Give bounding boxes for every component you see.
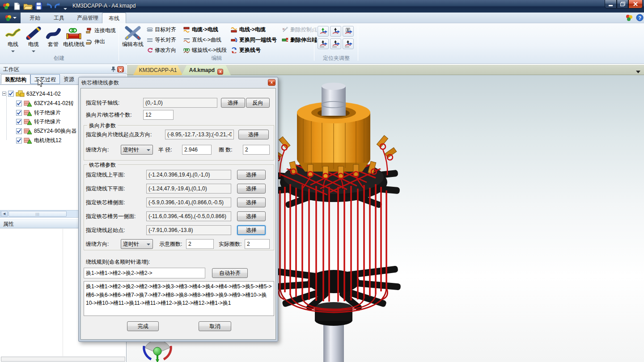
other-side-face-field[interactable] [146,211,231,221]
change-same-end-no-icon [231,37,237,43]
clamp-adjust-button-4[interactable] [318,38,329,49]
delete-extend-end-button[interactable]: 删除伸出端 [282,35,317,44]
tree-root-item[interactable]: 63ZY24-41-02 [2,90,61,97]
wire-to-cable-button[interactable]: 电线->电缆 [231,25,266,34]
rotor-axis-select-button[interactable]: 选择 [221,98,245,108]
ribbon-tab-routing[interactable]: 布线 [102,13,126,23]
equal-length-align-button[interactable]: 等长对齐 [147,35,176,44]
dialog-close-button[interactable]: x [268,79,275,86]
tree-item[interactable]: 85ZY24-90换向器 [16,127,76,135]
tree-item[interactable]: 63ZY24-41-02转 [16,100,74,107]
commutator-radius-field[interactable] [182,145,212,155]
change-same-end-no-button[interactable]: 更换同一端线号 [231,35,277,44]
ribbon-tab-product[interactable]: 产品管理 [71,13,105,23]
upper-plane-select-button[interactable]: 选择 [237,170,266,180]
checkbox-checked-icon[interactable] [8,91,14,97]
lower-plane-select-button[interactable]: 选择 [237,184,266,194]
collapse-icon[interactable] [2,92,6,96]
app-menu-button[interactable] [0,13,21,23]
create-cable-button[interactable]: 电缆 [23,25,44,54]
delete-control-point-icon [282,27,288,33]
create-motor-winding-button[interactable]: 电机绕线 [62,25,86,47]
tab-process[interactable]: 工艺过程 [30,74,60,84]
qat-dropdown-icon[interactable] [64,5,67,11]
checkbox-checked-icon[interactable] [16,119,22,125]
extend-button[interactable]: 伸出 [86,37,105,46]
segment-count-field[interactable] [143,110,174,120]
winding-rule-input[interactable] [84,268,205,278]
checkbox-checked-icon[interactable] [16,101,22,106]
delete-control-point-button[interactable]: 删除控制点 [282,25,317,34]
helix-segment-icon [183,47,190,53]
scroll-thumb[interactable]: ||| [8,211,67,217]
save-icon[interactable] [35,2,42,11]
ribbon-tab-tools[interactable]: 工具 [47,13,71,23]
commutator-wind-dir-dropdown[interactable]: 逆时针 [121,145,153,155]
clamp-adjust-button-3[interactable] [343,26,354,37]
maximize-button[interactable] [617,0,628,8]
tree-item[interactable]: 电机绕线12 [16,137,61,144]
panel-close-icon[interactable] [117,66,124,72]
new-document-icon[interactable] [13,2,21,12]
create-sleeve-button[interactable]: 套管 [43,25,64,47]
upper-plane-field[interactable] [146,170,231,180]
side-face-select-button[interactable]: 选择 [237,198,266,207]
edit-routing-button[interactable]: 编辑布线 [122,25,144,47]
undo-icon[interactable] [45,2,53,11]
actual-turns-field[interactable] [245,239,270,249]
dialog-title: 铁芯槽绕线参数 [81,79,119,87]
schematic-turns-field[interactable] [186,239,214,249]
help-icon[interactable]: ? [636,14,644,23]
tab-resources[interactable]: 资源 [60,74,78,84]
line-curve-button[interactable]: 直线<->曲线 [183,35,221,44]
dialog-body: 指定转子轴线: 选择 反向 换向片/铁芯槽个数: 换向片参数 指定换向片绕线起点… [80,88,276,340]
winding-sequence-textarea[interactable]: 换1->槽1->槽2->换2->槽2->槽3->换3->槽3->槽4->换4->… [84,281,274,316]
start-point-field[interactable] [146,225,231,235]
minimize-button[interactable] [605,0,617,8]
helix-segment-button[interactable]: 螺旋线<->线段 [183,46,227,55]
target-align-button[interactable]: 目标对齐 [147,25,176,34]
create-wire-button[interactable]: 电线 [3,25,23,54]
tab-assembly-structure[interactable]: 装配结构 [1,74,30,84]
close-button[interactable] [628,0,643,8]
change-wire-no-button[interactable]: 更换线号 [231,46,261,55]
wire-dropdown-caret-icon[interactable] [11,51,15,52]
commutator-start-dir-select-button[interactable]: 选择 [238,130,269,139]
tree-item-label: 85ZY24-90换向器 [34,127,76,135]
commutator-turns-field[interactable] [243,145,270,155]
checkbox-checked-icon[interactable] [16,138,22,143]
rotor-axis-field[interactable] [143,98,217,108]
modify-direction-button[interactable]: 修改方向 [147,46,176,55]
workspace-panel-header: 工作区 [0,64,127,74]
document-tab-km3dcapp-a1[interactable]: KM3DCAPP-A1 [133,65,182,75]
start-point-select-button[interactable]: 选择 [237,225,266,235]
core-wind-dir-dropdown[interactable]: 逆时针 [121,239,153,249]
assembly-icon [16,90,25,97]
rotor-axis-reverse-button[interactable]: 反向 [246,98,270,108]
clamp-adjust-button-1[interactable] [318,26,329,37]
cable-dropdown-caret-icon[interactable] [32,51,35,52]
tree-item[interactable]: 转子绝缘片 [16,109,61,117]
lower-plane-field[interactable] [146,184,231,194]
clamp-adjust-button-2[interactable] [330,26,341,37]
commutator-start-dir-field[interactable] [165,130,234,139]
connect-cable-button[interactable]: 连接电缆 [86,26,116,35]
tree-item[interactable]: 转子绝缘片 [16,118,61,126]
redo-icon[interactable] [54,2,62,11]
clamp-adjust-button-5[interactable] [330,38,341,49]
ribbon-tab-start[interactable]: 开始 [23,13,47,23]
cable-to-wire-button[interactable]: 电缆->电线 [183,25,218,34]
cancel-button[interactable]: 取消 [199,321,231,331]
document-tab-a4-kmapd[interactable]: A4.kmapdx [182,65,231,75]
checkbox-checked-icon[interactable] [16,110,22,116]
finish-button[interactable]: 完成 [127,321,159,331]
side-face-field[interactable] [146,198,231,207]
tab-close-icon[interactable]: x [217,69,223,75]
tab-list-dropdown-icon[interactable] [636,68,640,75]
checkbox-checked-icon[interactable] [16,128,22,134]
open-folder-icon[interactable] [23,2,33,12]
clamp-adjust-button-6[interactable] [343,38,354,49]
auto-complete-button[interactable]: 自动补齐 [212,268,248,278]
other-side-face-select-button[interactable]: 选择 [237,211,266,221]
scroll-left-arrow-icon[interactable]: ◄ [1,211,8,217]
